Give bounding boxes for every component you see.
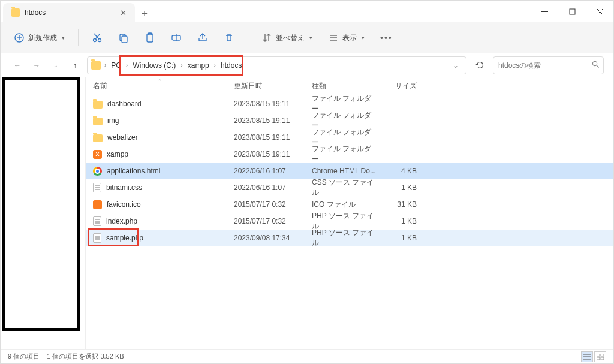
- maximize-button[interactable]: [558, 1, 586, 22]
- titlebar-drag: [154, 1, 531, 22]
- copy-icon: [118, 32, 129, 43]
- status-selected: 1 個の項目を選択 3.52 KB: [47, 352, 124, 361]
- thumbnails-view-button[interactable]: [594, 351, 606, 362]
- breadcrumb[interactable]: › PC › Windows (C:) › xampp › htdocs ⌄: [87, 56, 466, 74]
- cell-name: dashboard: [93, 100, 234, 109]
- cell-type: PHP ソース ファイル: [312, 228, 377, 248]
- page-icon: [93, 233, 101, 243]
- chevron-down-icon[interactable]: ⌄: [453, 61, 459, 70]
- cell-date: 2023/08/15 19:11: [234, 100, 312, 108]
- sort-button[interactable]: 並べ替え ▾: [255, 29, 318, 47]
- file-row[interactable]: bitnami.css2022/06/16 1:07CSS ソース ファイル1 …: [86, 179, 613, 196]
- file-row[interactable]: index.php2015/07/17 0:32PHP ソース ファイル1 KB: [86, 213, 613, 230]
- file-name: index.php: [106, 217, 137, 225]
- file-name: applications.html: [107, 167, 160, 175]
- chevron-right-icon: ›: [214, 62, 216, 68]
- cell-size: 4 KB: [377, 167, 422, 175]
- cell-size: 1 KB: [377, 217, 422, 225]
- separator: [248, 29, 248, 46]
- more-button[interactable]: •••: [374, 29, 399, 46]
- new-button[interactable]: 新規作成 ▾: [8, 29, 71, 47]
- file-row[interactable]: applications.html2022/06/16 1:07Chrome H…: [86, 163, 613, 179]
- cell-type: CSS ソース ファイル: [312, 178, 377, 198]
- paste-button[interactable]: [139, 29, 161, 47]
- view-label: 表示: [342, 33, 357, 43]
- search-box[interactable]: [493, 56, 604, 74]
- cell-name: img: [93, 116, 234, 125]
- ellipsis-icon: •••: [380, 33, 393, 43]
- breadcrumb-right: ⌄: [453, 61, 462, 70]
- col-header-name[interactable]: 名前: [93, 81, 234, 91]
- separator: [78, 29, 79, 46]
- share-button[interactable]: [191, 29, 214, 47]
- new-label: 新規作成: [28, 33, 57, 43]
- folder-icon: [93, 101, 103, 109]
- search-input[interactable]: [498, 61, 588, 70]
- cell-name: webalizer: [93, 133, 234, 142]
- cell-name: sample.php: [93, 233, 234, 243]
- titlebar: htdocs ✕ ＋: [1, 1, 613, 22]
- cell-name: index.php: [93, 216, 234, 226]
- tab-current[interactable]: htdocs ✕: [3, 3, 135, 22]
- file-name: webalizer: [107, 133, 138, 142]
- delete-button[interactable]: [218, 29, 240, 47]
- page-icon: [93, 216, 101, 226]
- view-button[interactable]: 表示 ▾: [322, 29, 371, 47]
- up-button[interactable]: ↑: [68, 58, 82, 73]
- svg-rect-28: [601, 357, 604, 360]
- col-header-date[interactable]: 更新日時: [234, 81, 312, 91]
- close-window-button[interactable]: [586, 1, 613, 22]
- new-tab-button[interactable]: ＋: [135, 4, 154, 22]
- clipboard-icon: [145, 32, 155, 43]
- navbar: ← → ⌄ ↑ › PC › Windows (C:) › xampp › ht…: [1, 53, 613, 77]
- cell-name: applications.html: [93, 167, 234, 176]
- file-name: sample.php: [106, 234, 143, 242]
- breadcrumb-item[interactable]: htdocs: [217, 60, 245, 71]
- breadcrumb-item[interactable]: Windows (C:): [129, 60, 179, 71]
- file-row[interactable]: favicon.ico2015/07/17 0:32ICO ファイル31 KB: [86, 196, 613, 213]
- file-list: dashboard2023/08/15 19:11ファイル フォルダーimg20…: [86, 95, 613, 349]
- rename-icon: [171, 32, 182, 43]
- cell-date: 2023/08/15 19:11: [234, 116, 312, 125]
- file-row[interactable]: dashboard2023/08/15 19:11ファイル フォルダー: [86, 95, 613, 112]
- cell-date: 2015/07/17 0:32: [234, 200, 312, 209]
- file-name: xampp: [107, 150, 128, 158]
- rename-button[interactable]: [165, 29, 188, 47]
- close-icon[interactable]: ✕: [118, 8, 128, 17]
- folder-icon: [93, 118, 103, 125]
- ico-icon: [93, 200, 102, 209]
- col-header-size[interactable]: サイズ: [377, 81, 422, 91]
- cell-size: 1 KB: [377, 183, 422, 192]
- sort-icon: [261, 32, 272, 43]
- tab-title: htdocs: [25, 8, 113, 17]
- content: ⌃ 名前 更新日時 種類 サイズ dashboard2023/08/15 19:…: [86, 77, 613, 349]
- cell-date: 2023/08/15 19:11: [234, 150, 312, 158]
- cut-button[interactable]: [86, 29, 109, 47]
- search-icon[interactable]: [592, 61, 600, 70]
- plus-circle-icon: [14, 32, 25, 43]
- main: ⌃ 名前 更新日時 種類 サイズ dashboard2023/08/15 19:…: [1, 77, 613, 349]
- svg-point-8: [98, 39, 101, 42]
- file-row[interactable]: img2023/08/15 19:11ファイル フォルダー: [86, 112, 613, 129]
- sort-label: 並べ替え: [276, 33, 305, 43]
- copy-button[interactable]: [112, 29, 135, 47]
- svg-rect-25: [597, 354, 600, 356]
- window-controls: [531, 1, 613, 22]
- file-row[interactable]: sample.php2023/09/08 17:34PHP ソース ファイル1 …: [86, 230, 613, 246]
- back-button[interactable]: ←: [10, 58, 25, 73]
- breadcrumb-item[interactable]: PC: [107, 60, 125, 71]
- file-name: img: [107, 116, 119, 125]
- breadcrumb-item[interactable]: xampp: [184, 60, 213, 71]
- cell-type: ファイル フォルダー: [312, 144, 377, 164]
- minimize-button[interactable]: [531, 1, 558, 22]
- details-view-button[interactable]: [581, 351, 593, 362]
- recent-button[interactable]: ⌄: [49, 58, 63, 73]
- file-row[interactable]: Xxampp2023/08/15 19:11ファイル フォルダー: [86, 146, 613, 163]
- forward-button[interactable]: →: [29, 58, 44, 73]
- refresh-button[interactable]: [471, 57, 488, 74]
- view-toggle: [581, 351, 606, 362]
- cell-size: 31 KB: [377, 200, 422, 209]
- file-row[interactable]: webalizer2023/08/15 19:11ファイル フォルダー: [86, 129, 613, 146]
- col-header-type[interactable]: 種類: [312, 81, 377, 91]
- share-icon: [197, 32, 208, 43]
